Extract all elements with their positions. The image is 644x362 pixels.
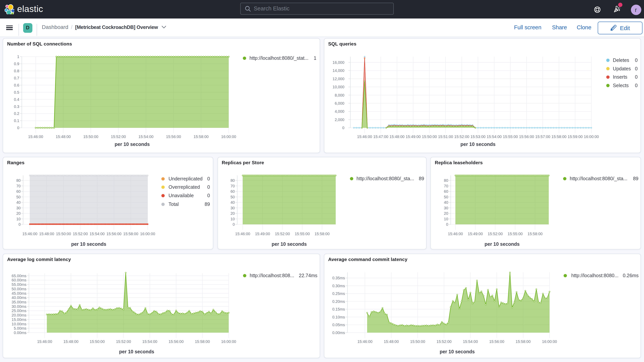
svg-text:10.00ms: 10.00ms [12, 322, 26, 326]
svg-text:Total: Total [168, 202, 179, 207]
svg-text:15:48:00: 15:48:00 [389, 134, 404, 139]
svg-text:0: 0 [207, 176, 210, 182]
svg-text:15:55:00: 15:55:00 [508, 232, 523, 236]
svg-text:22.74ms: 22.74ms [299, 272, 317, 278]
svg-text:0.20ms: 0.20ms [332, 299, 345, 304]
svg-text:15:55:00: 15:55:00 [294, 232, 310, 236]
svg-text:0: 0 [342, 126, 344, 130]
svg-text:Overreplicated: Overreplicated [168, 184, 200, 190]
svg-text:80: 80 [230, 178, 234, 182]
svg-text:15:49:00: 15:49:00 [255, 232, 270, 236]
svg-text:15:46:00: 15:46:00 [357, 339, 372, 344]
svg-text:55.00ms: 55.00ms [12, 282, 26, 286]
svg-text:12,000: 12,000 [332, 77, 344, 81]
svg-text:50.00ms: 50.00ms [12, 287, 26, 291]
svg-text:15:48:00: 15:48:00 [39, 232, 54, 236]
svg-text:15:56:00: 15:56:00 [519, 134, 534, 139]
svg-text:8,000: 8,000 [334, 93, 344, 97]
svg-text:15:54:00: 15:54:00 [138, 134, 154, 139]
svg-text:15.00ms: 15.00ms [12, 317, 26, 322]
svg-text:0.30ms: 0.30ms [332, 284, 345, 288]
svg-text:0.4: 0.4 [14, 97, 19, 102]
svg-text:15:46:00: 15:46:00 [357, 134, 372, 139]
svg-text:0.1: 0.1 [14, 118, 19, 123]
svg-text:15:58:00: 15:58:00 [123, 232, 138, 236]
svg-text:2,000: 2,000 [334, 118, 344, 122]
svg-text:15:49:00: 15:49:00 [468, 232, 483, 236]
svg-text:15:52:00: 15:52:00 [275, 232, 290, 236]
svg-text:16:00:00: 16:00:00 [221, 339, 236, 344]
svg-text:65.00ms: 65.00ms [12, 274, 26, 278]
svg-text:0.26ms: 0.26ms [622, 272, 638, 278]
svg-text:15:52:00: 15:52:00 [116, 339, 131, 344]
svg-text:50: 50 [230, 195, 234, 199]
svg-text:15:49:00: 15:49:00 [406, 134, 420, 139]
svg-text:0.05ms: 0.05ms [332, 322, 345, 327]
svg-text:0: 0 [207, 184, 210, 190]
svg-text:45.00ms: 45.00ms [12, 291, 26, 295]
svg-text:0.6: 0.6 [14, 83, 19, 87]
svg-text:per 10 seconds: per 10 seconds [71, 241, 106, 247]
svg-text:0.10ms: 0.10ms [332, 315, 345, 319]
svg-text:per 10 seconds: per 10 seconds [272, 241, 306, 247]
svg-text:20: 20 [444, 211, 448, 216]
svg-text:80: 80 [16, 178, 21, 182]
svg-text:0: 0 [635, 74, 638, 80]
svg-text:15:53:00: 15:53:00 [470, 134, 485, 139]
svg-text:30.00ms: 30.00ms [12, 304, 26, 308]
svg-text:http://localhost:808...: http://localhost:808... [250, 272, 294, 278]
svg-text:15:58:00: 15:58:00 [195, 339, 210, 344]
svg-text:1: 1 [314, 55, 316, 61]
svg-text:0.2: 0.2 [14, 112, 19, 116]
svg-text:80: 80 [444, 178, 448, 182]
svg-text:15:50:00: 15:50:00 [422, 134, 437, 139]
svg-text:10,000: 10,000 [332, 85, 344, 89]
svg-text:0: 0 [446, 222, 448, 226]
svg-text:15:48:00: 15:48:00 [384, 339, 398, 344]
svg-text:0.35ms: 0.35ms [332, 276, 345, 280]
svg-text:35.00ms: 35.00ms [12, 300, 26, 304]
svg-text:15:58:00: 15:58:00 [516, 339, 530, 344]
svg-text:25.00ms: 25.00ms [12, 308, 26, 313]
svg-text:0.7: 0.7 [14, 76, 19, 80]
svg-text:16,000: 16,000 [332, 60, 344, 64]
svg-text:15:56:00: 15:56:00 [166, 134, 181, 139]
svg-text:15:47:00: 15:47:00 [373, 134, 388, 139]
svg-text:Underreplicated: Underreplicated [168, 176, 203, 182]
svg-text:15:46:00: 15:46:00 [448, 232, 463, 236]
svg-text:0: 0 [232, 222, 235, 226]
svg-text:6,000: 6,000 [334, 101, 344, 106]
svg-text:10: 10 [444, 217, 448, 221]
svg-text:40: 40 [16, 200, 21, 204]
svg-text:30: 30 [230, 206, 234, 210]
svg-text:40.00ms: 40.00ms [12, 295, 26, 300]
svg-text:Deletes: Deletes [613, 58, 629, 63]
svg-text:20.00ms: 20.00ms [12, 313, 26, 317]
svg-text:15:50:00: 15:50:00 [90, 339, 105, 344]
svg-text:15:58:00: 15:58:00 [194, 134, 209, 139]
svg-text:70: 70 [16, 184, 21, 188]
svg-text:0.00ms: 0.00ms [332, 330, 345, 335]
svg-text:0: 0 [635, 58, 638, 63]
svg-text:40: 40 [444, 200, 448, 204]
svg-text:per 10 seconds: per 10 seconds [440, 349, 474, 354]
svg-text:50: 50 [444, 195, 448, 199]
svg-text:70: 70 [230, 184, 234, 188]
svg-text:16:00:00: 16:00:00 [542, 339, 557, 344]
svg-text:15:48:00: 15:48:00 [56, 134, 71, 139]
svg-text:15:50:00: 15:50:00 [83, 134, 98, 139]
svg-text:0.00ms: 0.00ms [14, 330, 26, 335]
svg-text:per 10 seconds: per 10 seconds [115, 142, 150, 147]
svg-text:89: 89 [633, 176, 638, 181]
svg-text:15:55:00: 15:55:00 [503, 134, 518, 139]
svg-text:89: 89 [418, 176, 424, 181]
svg-text:10: 10 [16, 217, 21, 221]
svg-text:20: 20 [230, 211, 234, 216]
svg-text:0.5: 0.5 [14, 90, 19, 94]
svg-text:0.25ms: 0.25ms [332, 291, 345, 296]
svg-text:Inserts: Inserts [613, 74, 627, 80]
svg-text:0.9: 0.9 [14, 62, 19, 66]
svg-text:5.00ms: 5.00ms [14, 326, 26, 330]
svg-text:0: 0 [17, 126, 19, 130]
svg-text:Updates: Updates [613, 66, 631, 71]
